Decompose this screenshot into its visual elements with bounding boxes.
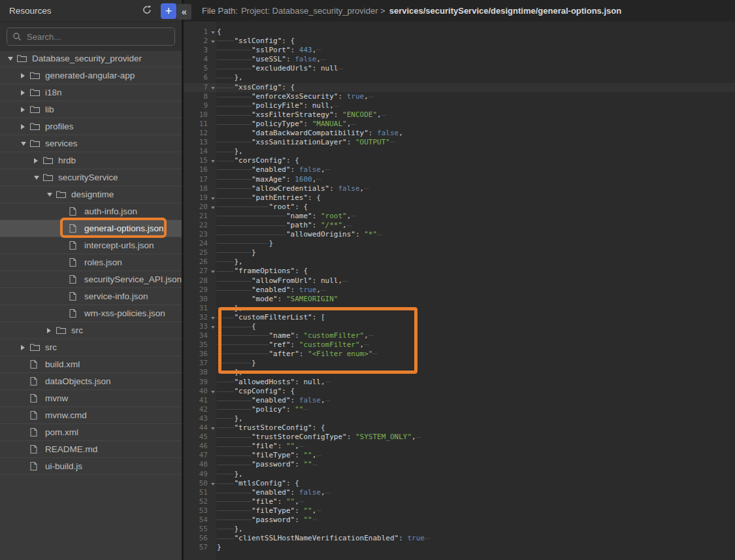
- code-line-19[interactable]: 19"pathEntries": {: [184, 193, 735, 203]
- code-line-15[interactable]: 15"corsConfig": {: [184, 156, 735, 165]
- code-line-7[interactable]: 7"xssConfig": {: [184, 83, 735, 92]
- code-line-27[interactable]: 27"frameOptions": {: [184, 267, 735, 276]
- chevron-down-icon[interactable]: [21, 142, 26, 146]
- tree-item-securityservice-api-json[interactable]: securityService_API.json: [0, 271, 182, 288]
- tree-item-ui-build-js[interactable]: ui-build.js: [0, 458, 182, 475]
- fold-toggle-icon[interactable]: [211, 197, 215, 200]
- search-input[interactable]: [7, 27, 175, 46]
- code-line-20[interactable]: 20"root": {: [184, 203, 735, 212]
- code-line-37[interactable]: 37}: [184, 359, 735, 368]
- fold-toggle-icon[interactable]: [211, 317, 215, 320]
- add-resource-button[interactable]: +: [161, 3, 176, 19]
- code-line-1[interactable]: 1{: [184, 27, 735, 37]
- code-line-39[interactable]: 39"allowedHosts": null,: [184, 378, 735, 387]
- chevron-right-icon[interactable]: [47, 328, 51, 333]
- code-line-6[interactable]: 6},: [184, 73, 735, 82]
- code-line-56[interactable]: 56"clientSSLHostNameVerificationEnabled"…: [184, 534, 735, 543]
- code-line-26[interactable]: 26},: [184, 257, 735, 267]
- fold-toggle-icon[interactable]: [211, 326, 215, 329]
- code-line-4[interactable]: 4"useSSL": false,: [184, 55, 735, 64]
- chevron-right-icon[interactable]: [21, 73, 25, 78]
- code-line-23[interactable]: 23"allowedOrigins": "*": [184, 230, 735, 239]
- fold-toggle-icon[interactable]: [211, 427, 215, 430]
- code-line-12[interactable]: 12"dataBackwardCompatibility": false,: [184, 129, 735, 138]
- code-line-17[interactable]: 17"maxAge": 1600,: [184, 175, 735, 184]
- fold-toggle-icon[interactable]: [211, 31, 215, 34]
- code-line-55[interactable]: 55},: [184, 525, 735, 534]
- tree-item-pom-xml[interactable]: pom.xml: [0, 424, 182, 441]
- code-line-46[interactable]: 46"file": "",: [184, 442, 735, 451]
- fold-toggle-icon[interactable]: [211, 87, 215, 90]
- chevron-down-icon[interactable]: [34, 176, 39, 180]
- code-line-16[interactable]: 16"enabled": false,: [184, 165, 735, 174]
- code-line-44[interactable]: 44"trustStoreConfig": {: [184, 423, 735, 433]
- tree-item-general-options-json[interactable]: general-options.json: [0, 220, 182, 237]
- tree-item-i18n[interactable]: i18n: [0, 84, 182, 101]
- code-line-50[interactable]: 50"mtlsConfig": {: [184, 479, 735, 488]
- fold-toggle-icon[interactable]: [211, 271, 215, 273]
- code-line-30[interactable]: 30"mode": "SAMEORIGIN": [184, 295, 735, 304]
- code-line-45[interactable]: 45"trustStoreConfigType": "SYSTEM_ONLY",: [184, 433, 735, 442]
- code-line-34[interactable]: 34"name": "customFilter",: [184, 331, 735, 340]
- code-line-38[interactable]: 38],: [184, 368, 735, 377]
- tree-item-services[interactable]: services: [0, 135, 182, 152]
- tree-item-mvnw-cmd[interactable]: mvnw.cmd: [0, 407, 182, 424]
- refresh-button[interactable]: [140, 4, 154, 18]
- code-line-8[interactable]: 8"enforceXssSecurity": true,: [184, 92, 735, 101]
- code-line-29[interactable]: 29"enabled": true,: [184, 286, 735, 295]
- tree-item-build-xml[interactable]: build.xml: [0, 356, 182, 373]
- tree-item-hrdb[interactable]: hrdb: [0, 152, 182, 169]
- tree-item-src[interactable]: src: [0, 322, 182, 339]
- tree-item-roles-json[interactable]: roles.json: [0, 254, 182, 271]
- fold-toggle-icon[interactable]: [211, 391, 215, 393]
- tree-item-database-security-provider[interactable]: Database_security_provider: [0, 50, 182, 67]
- code-editor[interactable]: 1{2"sslConfig": {3"sslPort": 443,4"useSS…: [184, 22, 735, 560]
- code-line-33[interactable]: 33{: [184, 322, 735, 331]
- code-line-48[interactable]: 48"password": "": [184, 460, 735, 469]
- fold-toggle-icon[interactable]: [211, 41, 215, 43]
- code-line-35[interactable]: 35"ref": "customFilter",: [184, 340, 735, 350]
- code-line-22[interactable]: 22"path": "/**",: [184, 221, 735, 230]
- tree-item-src[interactable]: src: [0, 339, 182, 356]
- code-line-43[interactable]: 43},: [184, 414, 735, 423]
- code-line-10[interactable]: 10"xssFilterStrategy": "ENCODE",: [184, 110, 735, 120]
- code-line-40[interactable]: 40"cspConfig": {: [184, 387, 735, 396]
- code-line-53[interactable]: 53"fileType": "",: [184, 506, 735, 516]
- chevron-down-icon[interactable]: [47, 193, 52, 197]
- code-line-47[interactable]: 47"fileType": "",: [184, 451, 735, 460]
- code-line-14[interactable]: 14},: [184, 147, 735, 156]
- tree-item-mvnw[interactable]: mvnw: [0, 390, 182, 407]
- code-line-5[interactable]: 5"excludedUrls": null: [184, 64, 735, 73]
- code-line-54[interactable]: 54"password": "": [184, 516, 735, 525]
- code-line-3[interactable]: 3"sslPort": 443,: [184, 46, 735, 55]
- code-line-51[interactable]: 51"enabled": false,: [184, 488, 735, 497]
- fold-toggle-icon[interactable]: [211, 206, 215, 209]
- tree-item-readme-md[interactable]: README.md: [0, 441, 182, 458]
- chevron-right-icon[interactable]: [21, 107, 25, 112]
- fold-toggle-icon[interactable]: [211, 483, 215, 486]
- tree-item-auth-info-json[interactable]: auth-info.json: [0, 203, 182, 220]
- code-line-21[interactable]: 21"name": "root",: [184, 212, 735, 221]
- tree-item-profiles[interactable]: profiles: [0, 118, 182, 135]
- code-line-32[interactable]: 32"customFilterList": [: [184, 313, 735, 322]
- code-line-28[interactable]: 28"allowFromUrl": null,: [184, 276, 735, 286]
- tree-item-dataobjects-json[interactable]: dataObjects.json: [0, 373, 182, 390]
- tree-item-securityservice[interactable]: securityService: [0, 169, 182, 186]
- code-line-18[interactable]: 18"allowCredentials": false,: [184, 184, 735, 193]
- code-line-2[interactable]: 2"sslConfig": {: [184, 37, 735, 46]
- code-line-41[interactable]: 41"enabled": false,: [184, 396, 735, 405]
- tree-item-intercept-urls-json[interactable]: intercept-urls.json: [0, 237, 182, 254]
- code-line-36[interactable]: 36"after": "<Filter enum>": [184, 350, 735, 359]
- tree-item-designtime[interactable]: designtime: [0, 186, 182, 203]
- code-line-49[interactable]: 49},: [184, 470, 735, 479]
- code-line-13[interactable]: 13"xssSanitizationLayer": "OUTPUT": [184, 138, 735, 147]
- chevron-right-icon[interactable]: [34, 158, 38, 163]
- tree-item-service-info-json[interactable]: service-info.json: [0, 288, 182, 305]
- code-line-25[interactable]: 25}: [184, 248, 735, 257]
- tree-item-wm-xss-policies-json[interactable]: wm-xss-policies.json: [0, 305, 182, 322]
- code-line-11[interactable]: 11"policyType": "MANUAL",: [184, 120, 735, 129]
- tree-item-generated-angular-app[interactable]: generated-angular-app: [0, 67, 182, 84]
- code-line-52[interactable]: 52"file": "",: [184, 497, 735, 506]
- code-line-24[interactable]: 24}: [184, 239, 735, 248]
- chevron-right-icon[interactable]: [21, 90, 25, 95]
